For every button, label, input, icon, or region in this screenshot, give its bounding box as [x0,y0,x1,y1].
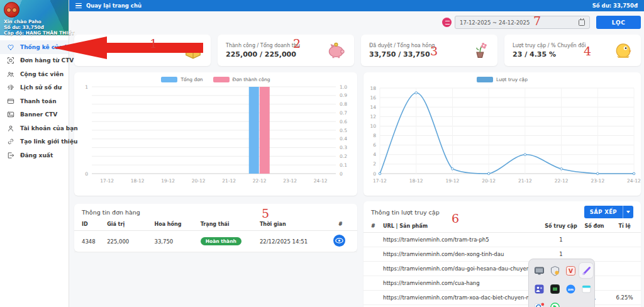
whatsapp-app-icon[interactable] [548,299,562,307]
svg-text:0: 0 [373,171,376,177]
sidebar-item-heart[interactable]: Thống kê của bạn [0,40,69,54]
annotation-2: 2 [293,36,301,50]
order-status: Hoàn thành [198,231,257,252]
sidebar-user-panel: Xin chào Paho Số dư: 33,750đ Cấp độ: HẠN… [0,0,69,35]
mail-app-icon[interactable] [532,299,546,307]
order-value: 225,000 [104,231,152,252]
stat-card-3: Đã duyệt / Tổng hoa hồng33,750 / 33,750 [361,35,497,66]
pen-app-icon[interactable] [579,263,593,278]
svg-text:0.8: 0.8 [340,101,347,107]
traffic-row: https://tramvienminh.com/tram-tra-ph51 [364,233,641,247]
legend-item[interactable]: Lượt truy cập [477,77,528,82]
traffic-rate [608,276,641,291]
v-app-app-icon[interactable]: V [564,263,577,278]
date-range-value: 17-12-2025 ~ 24-12-2025 [460,20,530,26]
sidebar-item-card[interactable]: Thanh toán [0,94,69,108]
sort-caret-icon[interactable] [623,206,633,218]
sidebar-item-people[interactable]: Cộng tác viên [0,67,69,81]
refresh-icon[interactable] [442,18,452,27]
sidebar-item-logout[interactable]: Đăng xuất [0,148,69,162]
svg-text:17-12: 17-12 [100,178,114,184]
svg-text:0.9: 0.9 [340,92,347,98]
calendar-icon[interactable] [579,20,585,26]
svg-text:22-12: 22-12 [253,178,267,184]
stat-cards: thành công / Tổng đơnThành công / Tổng d… [74,35,641,66]
svg-text:0: 0 [340,171,343,177]
order-commission: 33,750 [152,231,197,252]
traffic-url[interactable]: https://tramvienminh.com/cua-hang [380,276,541,291]
sidebar-item-link[interactable]: Tạo link giới thiệu [0,135,69,149]
sidebar-item-label: Lịch sử số dư [20,84,62,91]
svg-text:18-12: 18-12 [131,178,145,184]
svg-text:6: 6 [373,142,376,148]
traffic-url[interactable]: https://tramvienminh.com/dau-goi-hesana-… [380,262,541,276]
traffic-index [364,247,380,262]
svg-text:19-12: 19-12 [161,178,175,184]
traffic-index [364,291,380,305]
banner-icon [7,111,14,118]
stat-card-value: 23 / 4.35 % [513,50,586,59]
package-icon [184,41,203,60]
legend-item[interactable]: Đơn thành công [213,77,270,82]
sidebar-item-label: Thanh toán [20,98,57,104]
orders-chart-legend: Tổng đơnĐơn thành công [74,72,357,83]
shield-app-icon[interactable] [548,263,562,278]
filter-button[interactable]: LỌC [596,16,641,29]
svg-text:0.3: 0.3 [340,145,347,150]
annotation-6: 6 [452,211,459,225]
sidebar-item-fingerprint[interactable]: Lịch sử số dư [0,81,69,95]
legend-item[interactable]: Tổng đơn [161,77,203,82]
svg-text:19-12: 19-12 [446,178,460,184]
view-order-button[interactable] [333,235,345,247]
svg-text:0: 0 [85,171,88,177]
piggy-icon [327,41,346,60]
svg-text:17-12: 17-12 [373,178,387,184]
traffic-index [364,276,380,291]
traffic-table-title: Thông tin lượt truy cập [371,209,440,216]
svg-text:24-12: 24-12 [314,178,328,184]
stat-card-label: Đã duyệt / Tổng hoa hồng [369,43,435,48]
monitor-app-icon[interactable] [532,263,546,278]
orders-col-header: Trạng thái [198,218,257,231]
svg-text:23-12: 23-12 [283,178,297,184]
sidebar-item-label: Tài khoản của bạn [20,125,78,131]
terminal-app-icon[interactable] [548,281,562,296]
orders-table: IDGiá trịHoa hồngTrạng tháiThời gian# 43… [74,218,357,252]
traffic-url[interactable]: https://tramvienminh.com/den-xong-tinh-d… [380,247,541,262]
svg-text:V: V [569,268,573,274]
order-actions [331,231,357,252]
sidebar-item-label: Banner CTV [20,111,57,118]
card-icon [7,98,14,105]
traffic-url[interactable]: https://tramvienminh.com/tram-xoa-dac-bi… [380,291,541,305]
hamburger-menu-icon[interactable] [75,3,82,9]
sidebar-item-person[interactable]: Tài khoản của bạn [0,121,69,135]
traffic-table: #URL | Sản phẩmSố truy cậpSố đơnTỉ lệ ht… [364,220,641,305]
date-range-input[interactable]: 17-12-2025 ~ 24-12-2025 [455,16,590,29]
traffic-rate [608,247,641,262]
traffic-url[interactable]: https://tramvienminh.com/tram-tra-ph5 [380,233,541,247]
stat-card-1: thành công / Tổng đơn [74,35,211,66]
visits-line-chart: 02468101214161817-1218-1219-1220-1221-12… [364,83,641,191]
teams-app-icon[interactable] [532,281,546,296]
traffic-index [364,233,380,247]
traffic-row: https://tramvienminh.com/cua-hang [364,276,641,291]
sidebar-item-label: Thống kê của bạn [20,44,77,50]
ctv-dashboard: Xin chào Paho Số dư: 33,750đ Cấp độ: HẠN… [0,0,644,307]
avatar[interactable] [4,2,19,18]
sidebar-item-qr[interactable]: Đơn hàng từ CTV [0,54,69,68]
sort-button[interactable]: SẮP XẾP [584,206,633,218]
sort-button-label: SẮP XẾP [584,206,623,218]
sidebar-item-banner[interactable]: Banner CTV [0,108,69,122]
traffic-col-header: Tỉ lệ [608,220,641,233]
frame-app-icon[interactable] [579,281,593,296]
user-greeting: Xin chào Paho [4,19,65,25]
people-icon [7,70,14,78]
traffic-col-header: Số truy cập [541,220,580,233]
orders-table-card: Thông tin đơn hàng IDGiá trịHoa hồngTrạn… [74,204,357,252]
legend-label: Đơn thành công [233,77,270,82]
svg-text:22-12: 22-12 [555,178,569,184]
zoom-app-app-icon[interactable]: zm [564,281,577,296]
order-id: 4348 [74,231,104,252]
user-level: Cấp độ: HẠNG THÂN THIẾT [4,30,65,36]
back-home-link[interactable]: Quay lại trang chủ [86,3,142,9]
